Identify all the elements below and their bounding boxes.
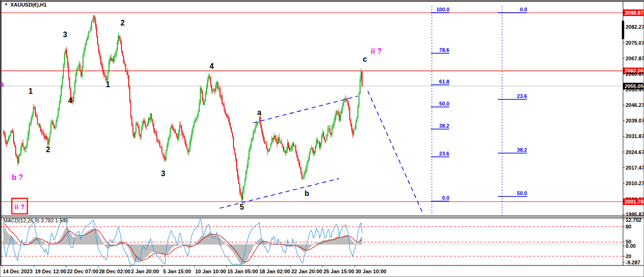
candle-down — [181, 125, 182, 132]
time-axis-label: 18 Jan 02:00 — [259, 269, 290, 274]
candle-down — [263, 137, 264, 141]
candle-up — [7, 140, 8, 144]
candle-up — [87, 38, 88, 40]
candle-up — [116, 51, 117, 55]
candle-down — [139, 127, 140, 134]
candle-down — [294, 146, 295, 147]
candle-down — [291, 148, 292, 148]
candle-down — [145, 123, 146, 126]
candle-up — [60, 96, 61, 103]
candle-up — [280, 141, 281, 141]
candle-down — [48, 140, 49, 145]
candle-up — [171, 126, 172, 129]
candle-up — [342, 106, 343, 111]
osc-axis-label: 0.00 — [626, 243, 636, 249]
candle-down — [132, 126, 133, 133]
candle-down — [126, 71, 127, 72]
candle-up — [304, 175, 305, 179]
chart-canvas[interactable]: 100.078.661.850.038.223.60.00.023.638.25… — [0, 0, 644, 277]
candle-down — [13, 133, 14, 142]
wave-label: ii ? — [15, 203, 25, 211]
time-axis-label: 5 Jan 15:00 — [163, 269, 191, 274]
candle-down — [177, 136, 178, 139]
candle-down — [277, 142, 278, 144]
osc-axis-label: 12.702 — [626, 217, 642, 223]
candle-up — [326, 135, 327, 140]
candle-up — [136, 123, 137, 131]
candle-down — [281, 141, 282, 144]
candle-up — [167, 145, 168, 151]
candle-up — [259, 117, 260, 122]
candle-down — [172, 126, 173, 129]
candle-up — [359, 94, 360, 106]
candle-up — [93, 16, 94, 21]
candle-down — [272, 138, 273, 140]
fib-level-label: 61.8 — [439, 79, 449, 84]
candle-down — [283, 146, 284, 151]
candle-down — [235, 153, 236, 159]
candle-down — [15, 145, 16, 155]
candle-up — [333, 125, 334, 128]
candle-up — [197, 116, 198, 118]
symbol-selector[interactable]: ▼ XAUUSD(€),H1 — [4, 2, 47, 8]
symbol-title: XAUUSD(€),H1 — [10, 2, 47, 8]
candle-up — [169, 137, 170, 138]
candle-down — [80, 65, 81, 71]
candle-down — [154, 130, 155, 132]
candle-down — [214, 90, 215, 90]
candle-up — [334, 121, 335, 125]
candle-down — [223, 104, 223, 106]
candle-up — [88, 33, 89, 38]
candle-up — [114, 56, 115, 62]
candle-down — [346, 99, 347, 101]
candle-up — [148, 119, 149, 124]
candle-down — [81, 71, 82, 76]
candle-up — [340, 114, 341, 121]
candle-down — [362, 72, 363, 86]
candle-up — [77, 66, 78, 68]
candle-up — [307, 162, 308, 168]
price-axis-label: 2024.67 — [626, 149, 644, 155]
candle-up — [207, 80, 208, 87]
candle-up — [199, 103, 200, 112]
candle-up — [355, 122, 356, 129]
candle-up — [252, 138, 253, 140]
candle-up — [204, 101, 205, 105]
candle-up — [200, 89, 201, 103]
candle-up — [3, 131, 4, 132]
wave-label: c — [363, 55, 367, 63]
candle-up — [56, 122, 57, 127]
candle-up — [314, 152, 315, 154]
candle-up — [341, 110, 342, 114]
candle-down — [323, 133, 324, 137]
candle-down — [262, 131, 263, 137]
candle-up — [118, 36, 119, 42]
wave-label: 1 — [29, 87, 33, 95]
candle-down — [23, 143, 24, 147]
candle-up — [59, 103, 60, 110]
indicator-label: MACD(12,26,9) 3.782 1.545 — [3, 218, 68, 223]
candle-down — [151, 114, 152, 120]
candle-down — [152, 120, 153, 123]
candle-up — [205, 94, 206, 101]
candle-down — [43, 133, 44, 136]
candle-down — [6, 141, 7, 144]
candle-up — [57, 117, 58, 122]
candle-down — [312, 148, 313, 150]
candle-down — [237, 170, 238, 177]
candle-up — [193, 126, 194, 131]
candle-up — [117, 42, 118, 51]
candle-up — [62, 78, 63, 86]
candle-down — [44, 136, 45, 139]
candle-up — [190, 137, 191, 142]
candle-down — [289, 148, 290, 150]
candle-up — [10, 132, 11, 137]
candle-up — [242, 190, 243, 199]
candle-down — [338, 112, 339, 115]
time-axis-label: 22 Dec 07:00 — [67, 269, 99, 274]
candle-down — [132, 117, 132, 126]
candle-up — [329, 128, 330, 129]
candle-up — [245, 179, 246, 187]
candle-up — [216, 82, 217, 85]
candle-up — [355, 129, 355, 130]
